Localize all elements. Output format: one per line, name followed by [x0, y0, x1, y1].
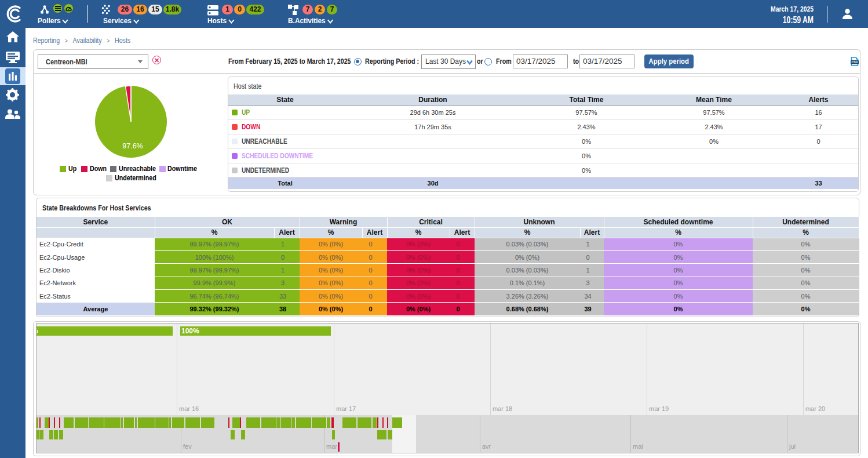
svg-text:CSV: CSV: [851, 60, 858, 64]
